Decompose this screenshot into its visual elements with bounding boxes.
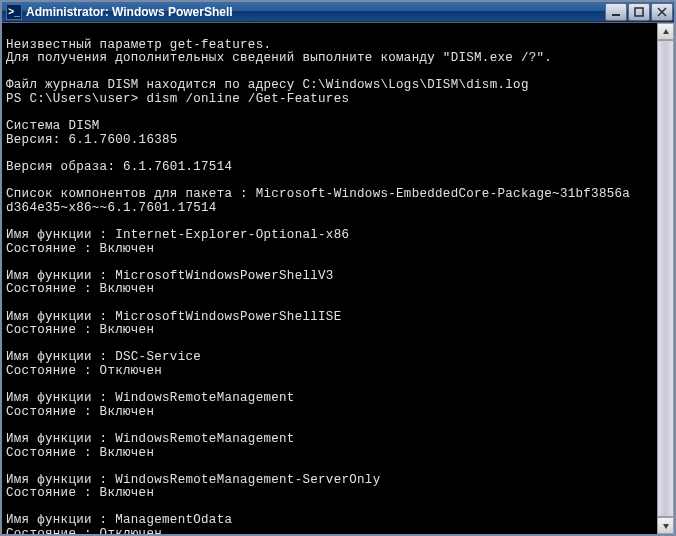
scroll-up-button[interactable]: [657, 23, 674, 40]
terminal-line: [6, 297, 653, 311]
terminal-line: Состояние : Включен: [6, 447, 653, 461]
maximize-button[interactable]: [628, 3, 650, 21]
terminal-line: [6, 419, 653, 433]
terminal-line: Имя функции : MicrosoftWindowsPowerShell…: [6, 270, 653, 284]
terminal-line: [6, 175, 653, 189]
terminal-line: Версия: 6.1.7600.16385: [6, 134, 653, 148]
terminal-line: Файл журнала DISM находится по адресу C:…: [6, 79, 653, 93]
terminal-line: [6, 25, 653, 39]
svg-marker-4: [663, 29, 669, 34]
terminal-line: [6, 107, 653, 121]
titlebar[interactable]: >_ Administrator: Windows PowerShell: [2, 2, 674, 22]
svg-rect-1: [635, 8, 643, 16]
minimize-button[interactable]: [605, 3, 627, 21]
terminal-line: Состояние : Включен: [6, 283, 653, 297]
terminal-line: Имя функции : WindowsRemoteManagement: [6, 392, 653, 406]
terminal-line: Имя функции : MicrosoftWindowsPowerShell…: [6, 311, 653, 325]
terminal-line: Имя функции : ManagementOdata: [6, 514, 653, 528]
powershell-icon: >_: [6, 4, 22, 20]
maximize-icon: [634, 7, 644, 17]
terminal-line: Для получения дополнительных сведений вы…: [6, 52, 653, 66]
terminal-line: Имя функции : WindowsRemoteManagement: [6, 433, 653, 447]
powershell-window: >_ Administrator: Windows PowerShell: [0, 0, 676, 536]
terminal-line: Система DISM: [6, 120, 653, 134]
terminal-line: Имя функции : DSC-Service: [6, 351, 653, 365]
window-buttons: [605, 2, 674, 21]
minimize-icon: [611, 7, 621, 17]
client-area: Неизвестный параметр get-features.Для по…: [2, 22, 674, 534]
chevron-up-icon: [662, 28, 670, 36]
svg-marker-5: [663, 524, 669, 529]
terminal-line: [6, 460, 653, 474]
terminal-line: Имя функции : WindowsRemoteManagement-Se…: [6, 474, 653, 488]
terminal-line: Список компонентов для пакета : Microsof…: [6, 188, 653, 202]
svg-rect-0: [612, 14, 620, 16]
close-icon: [657, 7, 667, 17]
terminal-output[interactable]: Неизвестный параметр get-features.Для по…: [2, 23, 657, 534]
terminal-line: [6, 215, 653, 229]
terminal-line: [6, 66, 653, 80]
terminal-line: d364e35~x86~~6.1.7601.17514: [6, 202, 653, 216]
terminal-line: [6, 338, 653, 352]
terminal-line: [6, 501, 653, 515]
terminal-line: Версия образа: 6.1.7601.17514: [6, 161, 653, 175]
terminal-line: PS C:\Users\user> dism /online /Get-Feat…: [6, 93, 653, 107]
window-title: Administrator: Windows PowerShell: [26, 5, 233, 19]
terminal-line: Состояние : Отключен: [6, 365, 653, 379]
terminal-line: [6, 256, 653, 270]
terminal-line: Имя функции : Internet-Explorer-Optional…: [6, 229, 653, 243]
terminal-line: Состояние : Включен: [6, 324, 653, 338]
terminal-line: Неизвестный параметр get-features.: [6, 39, 653, 53]
scroll-track[interactable]: [657, 40, 674, 517]
terminal-line: Состояние : Включен: [6, 406, 653, 420]
vertical-scrollbar[interactable]: [657, 23, 674, 534]
scroll-down-button[interactable]: [657, 517, 674, 534]
terminal-line: Состояние : Включен: [6, 243, 653, 257]
terminal-line: Состояние : Отключен: [6, 528, 653, 534]
close-button[interactable]: [651, 3, 673, 21]
terminal-line: [6, 147, 653, 161]
scroll-thumb[interactable]: [657, 40, 674, 517]
terminal-line: Состояние : Включен: [6, 487, 653, 501]
chevron-down-icon: [662, 522, 670, 530]
terminal-line: [6, 379, 653, 393]
